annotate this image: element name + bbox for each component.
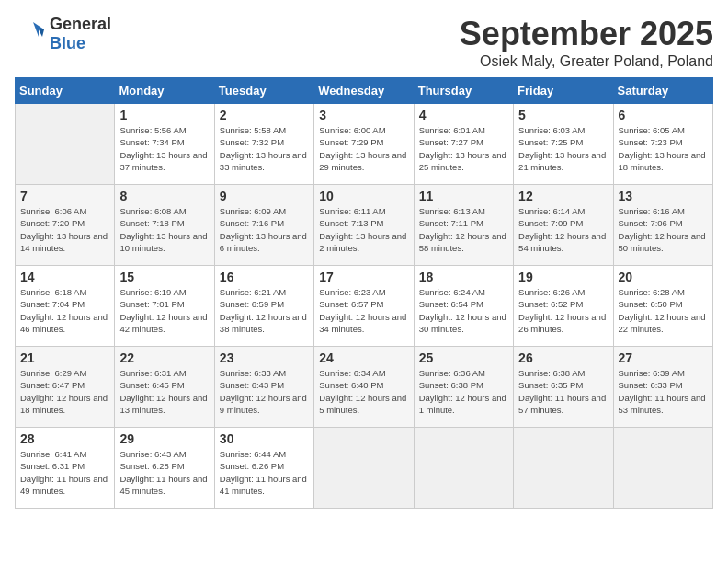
logo-blue-text: Blue: [50, 34, 85, 52]
weekday-header-saturday: Saturday: [613, 78, 712, 104]
calendar-cell: 21 Sunrise: 6:29 AMSunset: 6:47 PMDaylig…: [16, 347, 115, 428]
weekday-header-friday: Friday: [514, 78, 613, 104]
week-row-5: 28 Sunrise: 6:41 AMSunset: 6:31 PMDaylig…: [16, 428, 713, 509]
cell-info: Sunrise: 6:06 AMSunset: 7:20 PMDaylight:…: [20, 205, 109, 254]
calendar-cell: 12 Sunrise: 6:14 AMSunset: 7:09 PMDaylig…: [514, 185, 613, 266]
day-number: 9: [220, 189, 309, 203]
calendar-cell: 5 Sunrise: 6:03 AMSunset: 7:25 PMDayligh…: [514, 104, 613, 185]
calendar-cell: 6 Sunrise: 6:05 AMSunset: 7:23 PMDayligh…: [613, 104, 712, 185]
cell-info: Sunrise: 6:39 AMSunset: 6:33 PMDaylight:…: [619, 367, 708, 416]
svg-marker-1: [39, 29, 44, 37]
week-row-3: 14 Sunrise: 6:18 AMSunset: 7:04 PMDaylig…: [16, 266, 713, 347]
day-number: 29: [119, 431, 209, 446]
day-number: 20: [619, 270, 708, 284]
calendar-cell: 17 Sunrise: 6:23 AMSunset: 6:57 PMDaylig…: [314, 266, 414, 347]
calendar-cell: [514, 428, 613, 509]
cell-info: Sunrise: 6:14 AMSunset: 7:09 PMDaylight:…: [518, 205, 608, 254]
cell-info: Sunrise: 6:13 AMSunset: 7:11 PMDaylight:…: [419, 205, 508, 254]
calendar-cell: 9 Sunrise: 6:09 AMSunset: 7:16 PMDayligh…: [214, 185, 313, 266]
cell-info: Sunrise: 6:00 AMSunset: 7:29 PMDaylight:…: [319, 124, 408, 173]
calendar-cell: 7 Sunrise: 6:06 AMSunset: 7:20 PMDayligh…: [16, 185, 115, 266]
calendar-cell: 27 Sunrise: 6:39 AMSunset: 6:33 PMDaylig…: [613, 347, 712, 428]
day-number: 6: [619, 108, 708, 122]
cell-info: Sunrise: 6:33 AMSunset: 6:43 PMDaylight:…: [220, 367, 309, 416]
weekday-header-tuesday: Tuesday: [214, 78, 313, 104]
cell-info: Sunrise: 6:05 AMSunset: 7:23 PMDaylight:…: [619, 124, 708, 173]
calendar-cell: 25 Sunrise: 6:36 AMSunset: 6:38 PMDaylig…: [414, 347, 513, 428]
cell-info: Sunrise: 6:18 AMSunset: 7:04 PMDaylight:…: [20, 286, 109, 335]
title-block: September 2025 Osiek Maly, Greater Polan…: [460, 15, 713, 70]
day-number: 16: [220, 270, 309, 284]
location-title: Osiek Maly, Greater Poland, Poland: [460, 53, 713, 70]
calendar-cell: [414, 428, 513, 509]
calendar-cell: 26 Sunrise: 6:38 AMSunset: 6:35 PMDaylig…: [514, 347, 613, 428]
calendar-cell: 29 Sunrise: 6:43 AMSunset: 6:28 PMDaylig…: [115, 428, 214, 509]
calendar-cell: 2 Sunrise: 5:58 AMSunset: 7:32 PMDayligh…: [214, 104, 313, 185]
cell-info: Sunrise: 6:31 AMSunset: 6:45 PMDaylight:…: [119, 367, 209, 416]
weekday-header-monday: Monday: [115, 78, 214, 104]
cell-info: Sunrise: 6:43 AMSunset: 6:28 PMDaylight:…: [119, 448, 209, 497]
week-row-1: 1 Sunrise: 5:56 AMSunset: 7:34 PMDayligh…: [16, 104, 713, 185]
cell-info: Sunrise: 6:09 AMSunset: 7:16 PMDaylight:…: [220, 205, 309, 254]
day-number: 1: [119, 108, 209, 122]
cell-info: Sunrise: 6:29 AMSunset: 6:47 PMDaylight:…: [20, 367, 109, 416]
calendar-cell: 18 Sunrise: 6:24 AMSunset: 6:54 PMDaylig…: [414, 266, 513, 347]
day-number: 25: [419, 350, 508, 365]
cell-info: Sunrise: 6:38 AMSunset: 6:35 PMDaylight:…: [518, 367, 608, 416]
calendar-cell: 19 Sunrise: 6:26 AMSunset: 6:52 PMDaylig…: [514, 266, 613, 347]
day-number: 4: [419, 108, 508, 122]
day-number: 19: [518, 270, 608, 284]
day-number: 30: [220, 431, 309, 446]
day-number: 2: [220, 108, 309, 122]
cell-info: Sunrise: 6:03 AMSunset: 7:25 PMDaylight:…: [518, 124, 608, 173]
calendar-cell: 30 Sunrise: 6:44 AMSunset: 6:26 PMDaylig…: [214, 428, 313, 509]
cell-info: Sunrise: 6:41 AMSunset: 6:31 PMDaylight:…: [20, 448, 109, 497]
calendar-cell: [16, 104, 115, 185]
logo: General Blue: [15, 15, 111, 53]
cell-info: Sunrise: 6:28 AMSunset: 6:50 PMDaylight:…: [619, 286, 708, 335]
week-row-4: 21 Sunrise: 6:29 AMSunset: 6:47 PMDaylig…: [16, 347, 713, 428]
calendar-cell: 23 Sunrise: 6:33 AMSunset: 6:43 PMDaylig…: [214, 347, 313, 428]
calendar-cell: 14 Sunrise: 6:18 AMSunset: 7:04 PMDaylig…: [16, 266, 115, 347]
calendar-cell: [314, 428, 414, 509]
calendar-cell: 15 Sunrise: 6:19 AMSunset: 7:01 PMDaylig…: [115, 266, 214, 347]
calendar-cell: 3 Sunrise: 6:00 AMSunset: 7:29 PMDayligh…: [314, 104, 414, 185]
cell-info: Sunrise: 6:36 AMSunset: 6:38 PMDaylight:…: [419, 367, 508, 416]
calendar-cell: 22 Sunrise: 6:31 AMSunset: 6:45 PMDaylig…: [115, 347, 214, 428]
weekday-header-row: SundayMondayTuesdayWednesdayThursdayFrid…: [16, 78, 713, 104]
cell-info: Sunrise: 6:44 AMSunset: 6:26 PMDaylight:…: [220, 448, 309, 497]
cell-info: Sunrise: 6:16 AMSunset: 7:06 PMDaylight:…: [619, 205, 708, 254]
calendar-cell: 1 Sunrise: 5:56 AMSunset: 7:34 PMDayligh…: [115, 104, 214, 185]
day-number: 11: [419, 189, 508, 203]
calendar-cell: 24 Sunrise: 6:34 AMSunset: 6:40 PMDaylig…: [314, 347, 414, 428]
day-number: 3: [319, 108, 408, 122]
cell-info: Sunrise: 6:23 AMSunset: 6:57 PMDaylight:…: [319, 286, 408, 335]
calendar-cell: 10 Sunrise: 6:11 AMSunset: 7:13 PMDaylig…: [314, 185, 414, 266]
day-number: 26: [518, 350, 608, 365]
day-number: 18: [419, 270, 508, 284]
cell-info: Sunrise: 6:34 AMSunset: 6:40 PMDaylight:…: [319, 367, 408, 416]
weekday-header-sunday: Sunday: [16, 78, 115, 104]
day-number: 17: [319, 270, 408, 284]
logo-bird-icon: [15, 17, 50, 52]
day-number: 28: [20, 431, 109, 446]
day-number: 13: [619, 189, 708, 203]
cell-info: Sunrise: 6:08 AMSunset: 7:18 PMDaylight:…: [119, 205, 209, 254]
day-number: 10: [319, 189, 408, 203]
calendar-cell: 11 Sunrise: 6:13 AMSunset: 7:11 PMDaylig…: [414, 185, 513, 266]
day-number: 5: [518, 108, 608, 122]
calendar-cell: 16 Sunrise: 6:21 AMSunset: 6:59 PMDaylig…: [214, 266, 313, 347]
page-header: General Blue September 2025 Osiek Maly, …: [15, 15, 713, 70]
day-number: 23: [220, 350, 309, 365]
day-number: 22: [119, 350, 209, 365]
logo-general-text: General: [50, 15, 111, 33]
calendar-cell: 13 Sunrise: 6:16 AMSunset: 7:06 PMDaylig…: [613, 185, 712, 266]
weekday-header-wednesday: Wednesday: [314, 78, 414, 104]
cell-info: Sunrise: 6:24 AMSunset: 6:54 PMDaylight:…: [419, 286, 508, 335]
cell-info: Sunrise: 6:19 AMSunset: 7:01 PMDaylight:…: [119, 286, 209, 335]
calendar-cell: 28 Sunrise: 6:41 AMSunset: 6:31 PMDaylig…: [16, 428, 115, 509]
week-row-2: 7 Sunrise: 6:06 AMSunset: 7:20 PMDayligh…: [16, 185, 713, 266]
day-number: 7: [20, 189, 109, 203]
day-number: 15: [119, 270, 209, 284]
month-title: September 2025: [460, 15, 713, 53]
